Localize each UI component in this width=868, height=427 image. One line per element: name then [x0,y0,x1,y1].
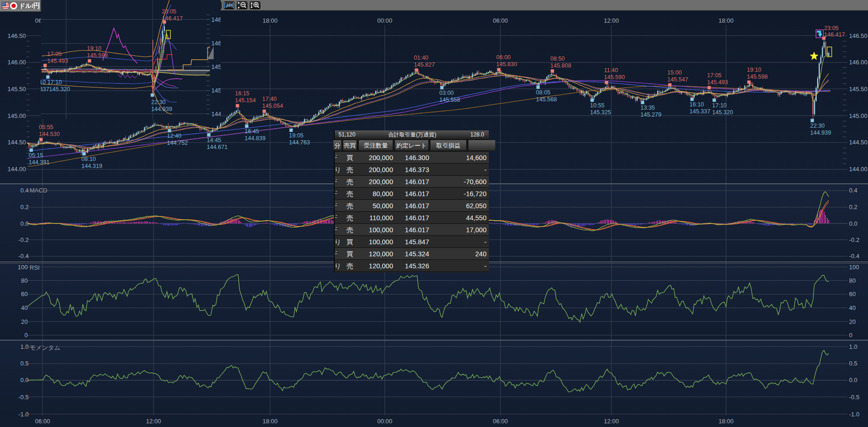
svg-text:145.00: 145.00 [7,112,26,119]
svg-text:145.50: 145.50 [7,86,26,93]
svg-text:MACD: MACD [30,187,47,194]
svg-text:06:00: 06:00 [493,17,508,24]
svg-text:00:00: 00:00 [377,17,393,24]
svg-text:60: 60 [21,291,28,297]
svg-text:146.00: 146.00 [849,59,868,66]
svg-text:145.547: 145.547 [667,76,688,83]
svg-text:0.4: 0.4 [849,187,857,194]
svg-text:60: 60 [849,291,856,297]
svg-text:22:30: 22:30 [810,123,825,129]
svg-text:144.939: 144.939 [151,106,172,112]
svg-text:80: 80 [849,277,856,284]
svg-text:18:00: 18:00 [263,418,278,425]
svg-text:145.558: 145.558 [439,97,460,103]
svg-text:11:40: 11:40 [604,67,618,74]
svg-text:144.00: 144.00 [7,166,26,173]
svg-text:145.154: 145.154 [235,97,256,104]
svg-text:0: 0 [849,332,852,339]
svg-text:145.827: 145.827 [414,62,435,68]
svg-text:13:35: 13:35 [640,105,655,111]
svg-text:146.417: 146.417 [824,31,845,38]
svg-text:05:55: 05:55 [39,124,53,130]
svg-text:19:05: 19:05 [289,132,303,139]
svg-text:モメンタム: モメンタム [30,344,61,351]
svg-text:23:05: 23:05 [162,8,176,15]
svg-text:0.0: 0.0 [20,220,29,227]
svg-text:80: 80 [21,277,28,284]
svg-text:145.808: 145.808 [550,62,571,69]
svg-text:-1.0: -1.0 [849,411,859,418]
svg-text:-0.5: -0.5 [18,394,29,401]
svg-text:1.0: 1.0 [849,343,857,350]
svg-text:0: 0 [25,332,28,339]
svg-text:145.325: 145.325 [590,109,611,116]
svg-text:00:00: 00:00 [377,418,393,425]
svg-text:06:00: 06:00 [493,418,508,425]
svg-text:16:45: 16:45 [245,128,259,135]
svg-text:15:00: 15:00 [667,69,682,76]
svg-text:145.279: 145.279 [640,111,661,118]
svg-text:-0.2: -0.2 [849,236,859,243]
svg-text:17:40: 17:40 [262,96,277,102]
svg-text:146.417: 146.417 [162,15,183,22]
svg-text:145.830: 145.830 [496,61,517,68]
svg-text:144.50: 144.50 [849,139,868,146]
svg-text:0.2: 0.2 [849,204,857,210]
svg-text:12:40: 12:40 [167,133,181,139]
svg-text:05:15: 05:15 [29,152,43,159]
svg-text:100: 100 [18,264,28,271]
svg-text:06:00: 06:00 [496,54,511,61]
svg-text:-0.4: -0.4 [18,253,29,260]
svg-text:17:10: 17:10 [712,102,726,109]
svg-text:144.00: 144.00 [849,166,868,173]
svg-text:17:05: 17:05 [707,72,721,79]
svg-text:100: 100 [849,264,859,271]
svg-text:145.598: 145.598 [747,74,768,80]
svg-text:144.50: 144.50 [7,139,26,146]
svg-text:20: 20 [21,318,28,325]
svg-text:144.752: 144.752 [167,140,188,146]
svg-text:0.0: 0.0 [849,220,857,227]
svg-text:144.319: 144.319 [81,163,102,169]
svg-text:20: 20 [849,318,856,325]
svg-text:-0.2: -0.2 [18,236,29,243]
svg-text:.337145.320: .337145.320 [38,86,70,93]
svg-text:06:00: 06:00 [35,418,50,425]
svg-text:145.50: 145.50 [849,86,868,93]
svg-text:0.0: 0.0 [849,377,857,384]
svg-text:08:10: 08:10 [81,156,96,162]
svg-text:145.00: 145.00 [849,112,868,119]
svg-text:16:15: 16:15 [235,90,249,97]
svg-text:16:10: 16:10 [689,101,704,108]
svg-text:145.493: 145.493 [47,58,68,64]
svg-text:0.5: 0.5 [849,360,857,367]
svg-text:-0.5: -0.5 [849,394,859,401]
svg-text:12:00: 12:00 [604,418,619,425]
svg-text:RSI: RSI [30,264,40,271]
svg-text:19:10: 19:10 [747,67,761,73]
svg-text:03:00: 03:00 [439,90,454,96]
svg-text:144.763: 144.763 [289,139,310,146]
svg-text:145.493: 145.493 [707,79,728,86]
svg-text:145.337: 145.337 [689,108,710,115]
svg-text:144.671: 144.671 [207,144,228,150]
svg-text:18:00: 18:00 [719,17,734,24]
svg-text:144.939: 144.939 [810,130,831,136]
svg-text:08:05: 08:05 [536,89,550,96]
svg-text:01:40: 01:40 [414,55,428,61]
svg-text:22:30: 22:30 [151,99,166,105]
svg-text:23:05: 23:05 [824,25,838,31]
svg-text:14:45: 14:45 [207,137,221,143]
svg-text:145.590: 145.590 [604,74,625,80]
svg-text:144.391: 144.391 [29,159,49,166]
svg-text:146.00: 146.00 [7,59,26,66]
svg-text:40: 40 [21,304,28,311]
svg-text:08:50: 08:50 [550,56,565,62]
svg-text:146.50: 146.50 [849,32,868,39]
svg-text:18:00: 18:00 [263,17,278,24]
svg-text:146.50: 146.50 [7,32,26,39]
svg-text:12:00: 12:00 [146,418,161,425]
svg-text:10 17:10: 10 17:10 [39,79,62,86]
svg-text:144.530: 144.530 [39,131,60,137]
svg-text:19:10: 19:10 [87,45,101,52]
